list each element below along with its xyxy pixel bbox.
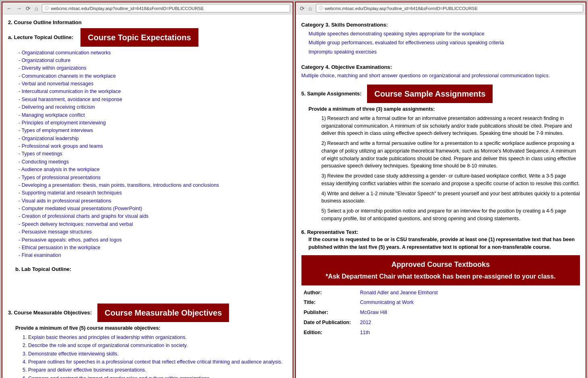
publisher-row: Publisher: McGraw Hill [301,308,580,318]
section2-header: 2. Course Outline Information [8,19,287,27]
textbook-table: Author: Ronald Adler and Jeanne Elmhorst… [301,288,580,338]
representative-section: If the course is requested to be or is C… [309,236,580,251]
list-item: - Diversity within organizations [19,64,287,72]
sample-provide: Provide a minimum of three (3) sample as… [309,105,580,113]
list-item: 4. Prepare outlines for speeches in a pr… [23,358,287,366]
lecture-outline-header: a. Lecture Topical Outline: [8,33,73,41]
edition-value: 11th [358,328,580,338]
forward-button[interactable]: → [14,4,23,12]
category3-items: Multiple speeches demonstrating speaking… [301,30,580,56]
list-item: - Types of meetings [19,150,287,158]
right-toolbar: ⟳ ⌂ ⓘ webcms.mtsac.edu/Display.asp?outli… [296,2,586,14]
list-item: - Ethical persuasion in the workplace [19,244,287,252]
lecture-items-list: - Organizational communication networks-… [15,49,287,260]
right-lock-icon: ⓘ [319,5,323,11]
list-item: 4) Write and deliver a 1-2 minute "Eleva… [322,190,580,205]
list-item: - Principles of employment interviewing [19,119,287,127]
objectives-banner: Course Measurable Objectives [97,304,229,322]
url-text-right: webcms.mtsac.edu/Display.asp?outline_id=… [325,6,478,11]
representative-text: If the course is requested to be or is C… [309,236,580,251]
list-item: - Sexual harassment, avoidance and respo… [19,96,287,103]
list-item: - Developing a presentation: thesis, mai… [19,182,287,189]
author-row: Author: Ronald Adler and Jeanne Elmhorst [301,288,580,298]
list-item: - Professional work groups and teams [19,143,287,150]
left-content: 2. Course Outline Information a. Lecture… [2,14,293,378]
objectives-section: Provide a minimum of five (5) course mea… [15,324,287,378]
list-item: Impromptu speaking exercises [309,48,580,56]
date-label: Date of Publication: [301,318,358,328]
left-toolbar: ← → ⟳ ⌂ ⓘ webcms.mtsac.edu/Display.asp?o… [2,2,293,14]
url-text-left: webcms.mtsac.edu/Display.asp?outline_id=… [51,6,204,11]
right-refresh-button[interactable]: ⟳ [298,4,306,12]
edition-label: Edition: [301,328,358,338]
approved-subtitle: *Ask Department Chair what textbook has … [307,272,575,281]
list-item: 3) Review the provided case study addres… [322,172,580,188]
list-item: 1) Research and write a formal outline f… [322,115,580,137]
author-value: Ronald Adler and Jeanne Elmhorst [358,288,580,298]
list-item: - Final examination [19,252,287,259]
approved-textbooks-banner: Approved Course Textbooks *Ask Departmen… [301,255,580,285]
list-item: 3. Demonstrate effective interviewing sk… [23,350,287,358]
objectives-list: 1. Explain basic theories and principles… [23,334,287,378]
category4-header: Category 4. Objective Examinations: [301,63,580,71]
list-item: - Computer mediated visual presentations… [19,205,287,213]
course-topic-banner: Course Topic Expectations [80,28,198,47]
category3-header: Category 3. Skills Demonstrations: [301,21,580,29]
section5-header: 5. Sample Assignments: [301,90,362,98]
address-bar-left[interactable]: ⓘ webcms.mtsac.edu/Display.asp?outline_i… [42,4,290,12]
left-browser-panel: ← → ⟳ ⌂ ⓘ webcms.mtsac.edu/Display.asp?o… [2,2,293,378]
title-value: Communicating at Work [358,297,580,308]
list-item: - Supporting material and research techn… [19,189,287,197]
sample-section: Provide a minimum of three (3) sample as… [309,105,580,223]
list-item: - Persuasive message structures [19,228,287,236]
right-home-button[interactable]: ⌂ [307,4,314,12]
home-button[interactable]: ⌂ [33,4,39,12]
list-item: - Persuasive appeals: ethos, pathos and … [19,236,287,244]
right-content: Category 3. Skills Demonstrations: Multi… [296,14,586,378]
list-item: - Verbal and nonverbal messages [19,80,287,88]
lab-outline-header: b. Lab Topical Outline: [15,265,287,273]
list-item: 5) Select a job or internship position n… [322,207,580,223]
lab-outline-area [8,275,287,299]
date-value: 2012 [358,318,580,328]
list-item: 2) Research and write a formal persuasiv… [322,140,580,170]
list-item: 6. Compare and contrast the impact of ge… [23,375,287,378]
publisher-label: Publisher: [301,308,358,318]
lock-icon: ⓘ [45,5,49,11]
list-item: - Visual aids in professional presentati… [19,197,287,205]
list-item: - Communication channels in the workplac… [19,72,287,80]
list-item: - Audience analysis in the workplace [19,166,287,174]
list-item: - Organizational communication networks [19,49,287,57]
list-item: Multiple group performances, evaluated f… [309,39,580,47]
list-item: 5. Prepare and deliver effective busines… [23,366,287,374]
list-item: - Types of employment interviews [19,127,287,134]
title-label: Title: [301,297,358,308]
approved-title: Approved Course Textbooks [307,259,575,270]
section6-header: 6. Representative Text: [301,228,580,236]
lecture-outline-row: a. Lecture Topical Outline: Course Topic… [8,28,287,47]
right-nav-buttons: ⟳ ⌂ [298,4,314,12]
title-row: Title: Communicating at Work [301,297,580,308]
address-bar-right[interactable]: ⓘ webcms.mtsac.edu/Display.asp?outline_i… [316,4,583,12]
back-button[interactable]: ← [5,4,14,12]
sample-items: 1) Research and write a formal outline f… [309,115,580,223]
list-item: - Managing workplace conflict [19,112,287,119]
date-row: Date of Publication: 2012 [301,318,580,328]
list-item: Multiple speeches demonstrating speaking… [309,30,580,38]
list-item: - Delivering and receiving criticism [19,103,287,111]
nav-buttons: ← → ⟳ ⌂ [5,4,39,12]
refresh-button[interactable]: ⟳ [24,4,32,12]
sample-banner: Course Sample Assignments [367,85,493,103]
list-item: 2. Describe the role and scope of organi… [23,342,287,349]
author-label: Author: [301,288,358,298]
section3-header: 3. Course Measurable Objectives: [8,309,92,317]
list-item: 1. Explain basic theories and principles… [23,334,287,341]
list-item: - Speech delivery techniques: nonverbal … [19,221,287,228]
list-item: - Types of professional presentations [19,174,287,182]
list-item: - Conducting meetings [19,158,287,166]
right-browser-panel: ⟳ ⌂ ⓘ webcms.mtsac.edu/Display.asp?outli… [295,2,587,378]
category4-text: Multiple choice, matching and short answ… [301,72,580,80]
publisher-value: McGraw Hill [358,308,580,318]
list-item: - Intercultural communication in the wor… [19,88,287,95]
list-item: - Creation of professional charts and gr… [19,213,287,220]
